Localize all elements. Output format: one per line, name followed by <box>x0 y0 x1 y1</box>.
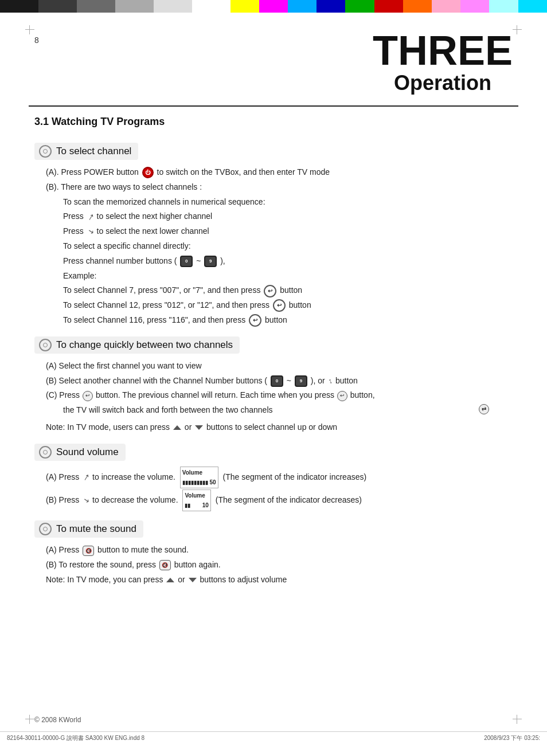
circle-icon-inner-3 <box>43 450 48 455</box>
crosshair-bottom-right <box>513 715 522 724</box>
color-segment <box>518 0 528 13</box>
color-segment <box>384 0 393 13</box>
section-label-text-select: To select channel <box>56 146 131 157</box>
ok-button-icon-1: ↩ <box>264 285 276 297</box>
channel-116-example: To select Channel 116, press "116", and … <box>63 314 513 327</box>
color-segment <box>499 0 509 13</box>
prev-ch-button-icon-2: ↩ <box>337 391 347 401</box>
change-a-item: (A) Select the first channel you want to… <box>46 359 513 373</box>
vol-down-arrow-icon <box>189 578 197 582</box>
vol-a-item: (A) Press ↗ to increase the volume. Volu… <box>46 467 513 488</box>
color-segment <box>29 0 38 13</box>
color-segment <box>163 0 173 13</box>
circle-icon-select <box>39 145 52 158</box>
color-segment <box>182 0 192 13</box>
circle-icon-inner-2 <box>43 343 48 347</box>
color-segment <box>221 0 230 13</box>
vol-down-icon: ↘ <box>81 493 91 508</box>
section-label-mute-sound: To mute the sound <box>34 520 143 538</box>
color-segment <box>480 0 490 13</box>
circle-icon-change <box>39 339 52 351</box>
color-segment <box>96 0 106 13</box>
page-number: 8 <box>34 30 39 45</box>
color-segment <box>278 0 288 13</box>
scan-label: To scan the memorized channels in numeri… <box>63 195 513 209</box>
channel-up-icon: ↗ <box>85 210 95 224</box>
color-segment <box>106 0 115 13</box>
channel-nav-icon: ↕ <box>326 374 334 387</box>
color-segment <box>249 0 259 13</box>
footer-date-info: 2008/9/23 下午 03:25: <box>484 734 540 742</box>
color-segment <box>355 0 365 13</box>
page-footer-copyright: © 2008 KWorld <box>34 716 81 724</box>
color-segment <box>413 0 423 13</box>
num-0b-icon: 0 <box>271 375 283 387</box>
mute-note: Note: In TV mode, you can press or butto… <box>46 573 513 587</box>
color-segment <box>326 0 336 13</box>
section-label-text-mute: To mute the sound <box>56 523 136 535</box>
title-block: THREE Operation <box>373 30 513 95</box>
circle-icon-sound <box>39 446 52 459</box>
press-higher: Press ↗ to select the next higher channe… <box>63 210 513 224</box>
crosshair-top-left <box>25 25 34 34</box>
channel-7-example: To select Channel 7, press "007", or "7"… <box>63 284 513 297</box>
volume-10-indicator: Volume▮▮ 10 <box>182 489 210 511</box>
color-segment <box>240 0 249 13</box>
change-channel-content: (A) Select the first channel you want to… <box>34 359 513 434</box>
color-segment <box>528 0 537 13</box>
channel-down-icon: ↘ <box>85 225 95 239</box>
color-segment <box>173 0 182 13</box>
mute-a-item: (A) Press 🔇 button to mute the sound. <box>46 543 513 557</box>
change-c-continued: the TV will switch back and forth betwee… <box>46 404 513 417</box>
change-b-item: (B) Select another channel with the Chan… <box>46 374 513 388</box>
color-segment <box>365 0 374 13</box>
color-segment <box>345 0 355 13</box>
specific-label: To select a specific channel directly: <box>63 240 513 253</box>
color-segment <box>403 0 413 13</box>
section-label-text-change: To change quickly between two channels <box>56 339 233 351</box>
color-segment <box>144 0 154 13</box>
crosshair-top-right <box>513 25 522 34</box>
sound-volume-content: (A) Press ↗ to increase the volume. Volu… <box>34 467 513 512</box>
section-label-change-channel: To change quickly between two channels <box>34 336 240 354</box>
color-segment <box>336 0 346 13</box>
color-segment <box>0 0 10 13</box>
change-note: Note: In TV mode, users can press or but… <box>46 421 513 434</box>
color-segment <box>393 0 403 13</box>
footer-bar: 82164-30011-00000-G 說明書 SA300 KW ENG.ind… <box>0 731 547 742</box>
color-segment <box>125 0 135 13</box>
vol-up-arrow-icon <box>166 578 174 582</box>
color-segment <box>57 0 67 13</box>
color-segment <box>115 0 125 13</box>
color-bar-top <box>0 0 547 13</box>
color-segment <box>154 0 163 13</box>
mute-button-icon-1: 🔇 <box>83 546 94 556</box>
prev-ch-button-icon: ↩ <box>83 391 93 401</box>
select-a-item: (A). Press POWER button ⏻ to switch on t… <box>46 166 513 179</box>
ok-button-icon-2: ↩ <box>273 299 286 312</box>
ok-button-icon-3: ↩ <box>249 314 261 327</box>
color-segment <box>374 0 384 13</box>
chapter-title: THREE <box>373 30 513 71</box>
vol-b-item: (B) Press ↘ to decrease the volume. Volu… <box>46 489 513 511</box>
channel-12-example: To select Channel 12, press "012", or "1… <box>63 299 513 312</box>
color-segment <box>269 0 279 13</box>
mute-b-item: (B) To restore the sound, press 🔇 button… <box>46 558 513 572</box>
page-header: 8 THREE Operation <box>0 13 547 95</box>
color-segment <box>537 0 547 13</box>
press-number-buttons: Press channel number buttons ( 0 ~ 9 ), <box>63 254 513 268</box>
color-segment <box>19 0 29 13</box>
ch-up-arrow-icon <box>173 425 181 430</box>
main-content: 3.1 Watching TV Programs To select chann… <box>0 107 547 587</box>
color-segment <box>432 0 441 13</box>
color-segment <box>230 0 240 13</box>
color-segment <box>441 0 451 13</box>
color-segment <box>38 0 48 13</box>
section-main-heading: 3.1 Watching TV Programs <box>34 116 513 128</box>
power-button-icon: ⏻ <box>142 167 154 178</box>
num-9b-icon: 9 <box>295 375 307 387</box>
chapter-subtitle: Operation <box>373 71 513 95</box>
color-segment <box>509 0 518 13</box>
press-lower: Press ↘ to select the next lower channel <box>63 225 513 238</box>
color-segment <box>288 0 298 13</box>
